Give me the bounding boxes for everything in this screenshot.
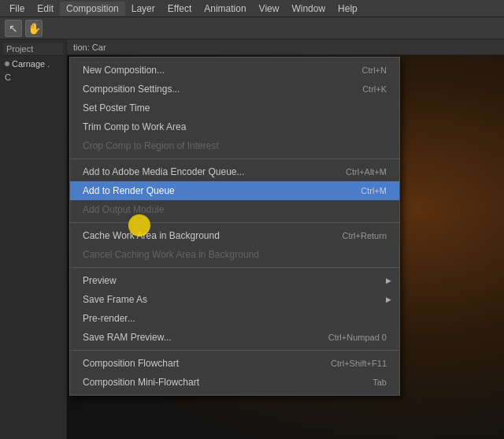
menu-new-composition-shortcut: Ctrl+N (362, 65, 387, 75)
left-panel: Project Carnage . C (0, 39, 67, 439)
menu-window[interactable]: Window (285, 2, 332, 16)
menu-cache-work-area[interactable]: Cache Work Area in Background Ctrl+Retur… (70, 226, 399, 245)
menu-new-composition-label: New Composition... (83, 65, 165, 76)
main-area: Project Carnage . C tion: Car New Compos… (0, 39, 504, 439)
project-panel-title: Project (3, 43, 63, 56)
project-item-label: Carnage . (12, 59, 50, 69)
separator-3 (70, 267, 399, 268)
menu-pre-render-label: Pre-render... (83, 313, 135, 324)
arrow-icon: ↖ (9, 22, 18, 35)
menu-add-to-render-queue-shortcut: Ctrl+M (361, 186, 387, 195)
menu-trim-comp-label: Trim Comp to Work Area (83, 121, 186, 132)
menu-cancel-caching: Cancel Caching Work Area in Background (70, 245, 399, 264)
menu-view[interactable]: View (253, 2, 286, 16)
project-dot (5, 61, 9, 66)
menu-edit[interactable]: Edit (31, 2, 60, 16)
menu-preview-label: Preview (83, 275, 117, 286)
menu-save-ram-preview-shortcut: Ctrl+Numpad 0 (328, 333, 387, 342)
menu-composition-settings[interactable]: Composition Settings... Ctrl+K (70, 80, 399, 99)
hand-tool[interactable]: ✋ (25, 20, 43, 37)
toolbar: ↖ ✋ (0, 17, 504, 39)
menu-cache-work-area-shortcut: Ctrl+Return (342, 231, 387, 240)
menu-preview[interactable]: Preview (70, 271, 399, 290)
menu-trim-comp[interactable]: Trim Comp to Work Area (70, 117, 399, 136)
menu-cache-work-area-label: Cache Work Area in Background (83, 230, 220, 241)
menu-crop-comp-label: Crop Comp to Region of Interest (83, 140, 219, 151)
menu-cancel-caching-label: Cancel Caching Work Area in Background (83, 249, 259, 260)
menu-add-to-render-queue-label: Add to Render Queue (83, 185, 175, 196)
menu-add-to-encoder-label: Add to Adobe Media Encoder Queue... (83, 166, 244, 177)
separator-2 (70, 222, 399, 223)
menu-composition-mini-flowchart-label: Composition Mini-Flowchart (83, 377, 199, 388)
menu-crop-comp: Crop Comp to Region of Interest (70, 136, 399, 155)
menu-save-ram-preview-label: Save RAM Preview... (83, 332, 172, 343)
menu-add-output-module-label: Add Output Module (83, 204, 164, 215)
menu-save-ram-preview[interactable]: Save RAM Preview... Ctrl+Numpad 0 (70, 328, 399, 347)
menu-set-poster-time[interactable]: Set Poster Time (70, 99, 399, 117)
separator-4 (70, 350, 399, 351)
arrow-tool[interactable]: ↖ (5, 20, 22, 37)
menu-composition-mini-flowchart-shortcut: Tab (372, 378, 387, 387)
menu-layer[interactable]: Layer (125, 2, 161, 16)
menu-set-poster-time-label: Set Poster Time (83, 102, 150, 113)
menubar: File Edit Composition Layer Effect Anima… (0, 0, 504, 17)
menu-new-composition[interactable]: New Composition... Ctrl+N (70, 61, 399, 80)
menu-add-to-encoder[interactable]: Add to Adobe Media Encoder Queue... Ctrl… (70, 162, 399, 181)
menu-composition[interactable]: Composition (60, 2, 125, 16)
menu-add-to-render-queue[interactable]: Add to Render Queue Ctrl+M (70, 181, 399, 200)
comp-header-title: tion: Car (73, 43, 106, 52)
hand-icon: ✋ (28, 22, 41, 35)
menu-add-to-encoder-shortcut: Ctrl+Alt+M (346, 167, 387, 177)
menu-composition-settings-shortcut: Ctrl+K (362, 84, 387, 94)
menu-save-frame-as-label: Save Frame As (83, 294, 147, 305)
separator-1 (70, 158, 399, 159)
menu-composition-flowchart-label: Composition Flowchart (83, 358, 179, 369)
menu-add-output-module: Add Output Module (70, 200, 399, 219)
menu-animation[interactable]: Animation (198, 2, 252, 16)
project-item-carnage[interactable]: Carnage . (3, 58, 63, 70)
menu-save-frame-as[interactable]: Save Frame As (70, 290, 399, 309)
menu-effect[interactable]: Effect (161, 2, 198, 16)
menu-pre-render[interactable]: Pre-render... (70, 309, 399, 328)
menu-file[interactable]: File (3, 2, 31, 16)
menu-help[interactable]: Help (332, 2, 364, 16)
project-subtext: C (3, 70, 63, 84)
menu-composition-flowchart-shortcut: Ctrl+Shift+F11 (331, 359, 387, 368)
menu-composition-settings-label: Composition Settings... (83, 84, 180, 95)
composition-dropdown-menu: New Composition... Ctrl+N Composition Se… (69, 57, 400, 396)
comp-header: tion: Car (67, 39, 504, 55)
menu-composition-mini-flowchart[interactable]: Composition Mini-Flowchart Tab (70, 373, 399, 392)
menu-composition-flowchart[interactable]: Composition Flowchart Ctrl+Shift+F11 (70, 354, 399, 373)
